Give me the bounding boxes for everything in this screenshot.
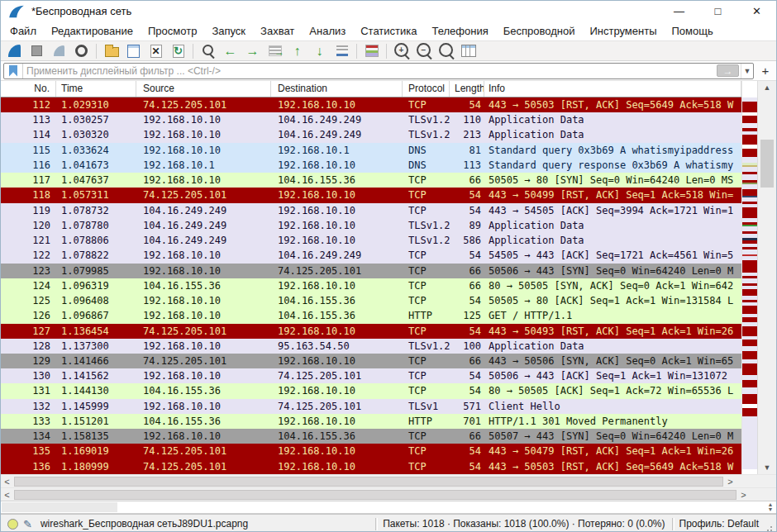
packet-row-113[interactable]: 1131.030257192.168.10.10104.16.249.249TL… xyxy=(1,112,741,127)
packet-row-129[interactable]: 1291.14146674.125.205.101192.168.10.10TC… xyxy=(1,354,741,368)
zoom-out-icon[interactable] xyxy=(413,42,434,59)
colorize-icon[interactable] xyxy=(361,42,382,59)
resize-grip-icon[interactable] xyxy=(764,520,773,529)
zoom-in-icon[interactable] xyxy=(391,42,412,59)
packet-row-126[interactable]: 1261.096867192.168.10.10104.16.155.36HTT… xyxy=(1,308,741,323)
go-first-icon[interactable] xyxy=(287,42,307,59)
wireshark-window: *Беспроводная сеть — □ ✕ ФайлРедактирова… xyxy=(0,0,777,532)
horizontal-scrollbar-detail[interactable]: < > xyxy=(1,487,776,501)
menu-item-file[interactable]: Файл xyxy=(2,21,44,40)
reload-file-icon[interactable] xyxy=(168,42,188,59)
scroll-right-icon[interactable]: > xyxy=(737,488,750,501)
packet-row-130[interactable]: 1301.141562192.168.10.1074.125.205.101TC… xyxy=(1,368,741,383)
open-file-icon[interactable] xyxy=(101,42,122,59)
packet-row-135[interactable]: 1351.16901974.125.205.101192.168.10.10TC… xyxy=(1,444,741,458)
filter-history-dropdown[interactable]: ▼ xyxy=(741,64,753,78)
filter-bookmark-button[interactable] xyxy=(4,64,23,78)
packet-row-120[interactable]: 1201.078780104.16.249.249192.168.10.10TL… xyxy=(1,218,741,233)
horizontal-scroll-thumb[interactable] xyxy=(14,490,736,500)
packet-row-117[interactable]: 1171.047637192.168.10.10104.16.155.36TCP… xyxy=(1,173,741,188)
vertical-scroll-track[interactable] xyxy=(758,94,776,461)
find-packet-icon[interactable] xyxy=(198,42,218,59)
packet-row-128[interactable]: 1281.137300192.168.10.1095.163.54.50TLSv… xyxy=(1,339,741,354)
packet-row-132[interactable]: 1321.145999192.168.10.1074.125.205.101TL… xyxy=(1,399,741,414)
menu-item-wireless[interactable]: Беспроводной xyxy=(496,21,583,40)
packet-minimap[interactable] xyxy=(741,81,757,474)
spin-down-icon[interactable]: ▼ xyxy=(768,507,774,512)
pane-scroll-thumb[interactable] xyxy=(2,502,117,512)
scroll-down-icon[interactable]: ▼ xyxy=(758,461,776,474)
packet-row-118[interactable]: 1181.05731174.125.205.101192.168.10.10TC… xyxy=(1,188,741,202)
capture-comment-icon[interactable]: ✎ xyxy=(23,518,32,530)
close-button[interactable]: ✕ xyxy=(737,1,776,21)
capture-options-icon[interactable] xyxy=(71,42,92,59)
packet-row-133[interactable]: 1331.151201104.16.155.36192.168.10.10HTT… xyxy=(1,414,741,429)
menu-item-tools[interactable]: Инструменты xyxy=(582,21,664,40)
packet-row-115[interactable]: 1151.033624192.168.10.10192.168.10.1DNS8… xyxy=(1,143,741,158)
horizontal-scrollbar-list[interactable]: < > xyxy=(1,474,776,487)
horizontal-scroll-thumb[interactable] xyxy=(14,477,723,487)
column-header-no[interactable]: No. xyxy=(1,81,56,97)
profile-label[interactable]: Профиль: Default xyxy=(679,518,760,530)
scroll-left-icon[interactable]: < xyxy=(1,475,13,487)
column-header-source[interactable]: Source xyxy=(136,81,271,97)
auto-scroll-icon[interactable] xyxy=(331,42,352,59)
scroll-left-icon[interactable]: < xyxy=(1,488,13,501)
horizontal-scroll-track[interactable] xyxy=(14,477,723,487)
menu-item-telephony[interactable]: Телефония xyxy=(424,21,495,40)
status-divider xyxy=(672,518,673,530)
packet-row-119[interactable]: 1191.078732104.16.249.249192.168.10.10TC… xyxy=(1,203,741,218)
display-filter-field[interactable]: → ▼ xyxy=(3,63,754,79)
vertical-scrollbar[interactable]: ▲ ▼ xyxy=(757,81,776,474)
packet-row-127[interactable]: 1271.13645474.125.205.101192.168.10.10TC… xyxy=(1,324,741,339)
restart-capture-icon[interactable] xyxy=(49,42,69,59)
horizontal-scroll-track[interactable] xyxy=(14,490,736,500)
column-header-protocol[interactable]: Protocol xyxy=(403,81,450,97)
packet-list: No.TimeSourceDestinationProtocolLengthIn… xyxy=(1,81,741,474)
close-file-icon[interactable] xyxy=(145,42,166,59)
status-divider xyxy=(375,518,376,530)
packet-row-125[interactable]: 1251.096408192.168.10.10104.16.155.36TCP… xyxy=(1,293,741,308)
packet-row-121[interactable]: 1211.078806104.16.249.249192.168.10.10TL… xyxy=(1,233,741,248)
minimize-button[interactable]: — xyxy=(660,1,698,21)
menu-item-help[interactable]: Помощь xyxy=(665,21,721,40)
packet-row-124[interactable]: 1241.096319104.16.155.36192.168.10.10TCP… xyxy=(1,278,741,293)
column-header-time[interactable]: Time xyxy=(56,81,136,97)
menu-item-statistics[interactable]: Статистика xyxy=(353,21,424,40)
packet-row-134[interactable]: 1341.158135192.168.10.10104.16.155.36TCP… xyxy=(1,429,741,444)
start-capture-icon[interactable] xyxy=(4,42,25,59)
packet-row-122[interactable]: 1221.078822192.168.10.10104.16.249.249TC… xyxy=(1,248,741,263)
menu-item-go[interactable]: Запуск xyxy=(204,21,253,40)
go-forward-icon[interactable] xyxy=(242,42,263,59)
column-header-info[interactable]: Info xyxy=(484,81,741,97)
packet-row-136[interactable]: 1361.18099974.125.205.101192.168.10.10TC… xyxy=(1,459,741,474)
scroll-right-icon[interactable]: > xyxy=(724,475,736,487)
maximize-button[interactable]: □ xyxy=(698,1,737,21)
go-last-icon[interactable] xyxy=(309,42,330,59)
plus-icon: + xyxy=(762,64,770,78)
expert-info-icon[interactable] xyxy=(7,519,18,530)
packet-row-123[interactable]: 1231.079985192.168.10.1074.125.205.101TC… xyxy=(1,264,741,278)
packet-row-131[interactable]: 1311.144130104.16.155.36192.168.10.10TCP… xyxy=(1,383,741,398)
save-file-icon[interactable] xyxy=(123,42,144,59)
vertical-scroll-thumb[interactable] xyxy=(760,140,774,188)
pane-spinner[interactable]: ▲▼ xyxy=(765,501,776,513)
packet-row-112[interactable]: 1121.02931074.125.205.101192.168.10.10TC… xyxy=(1,97,741,112)
menu-item-capture[interactable]: Захват xyxy=(253,21,302,40)
menu-item-view[interactable]: Просмотр xyxy=(141,21,204,40)
go-to-packet-icon[interactable] xyxy=(265,42,285,59)
stop-capture-icon[interactable] xyxy=(26,42,47,59)
menu-item-edit[interactable]: Редактирование xyxy=(44,21,141,40)
go-back-icon[interactable] xyxy=(220,42,241,59)
scroll-up-icon[interactable]: ▲ xyxy=(758,81,776,94)
packet-row-116[interactable]: 1161.041673192.168.10.1192.168.10.10DNS1… xyxy=(1,158,741,173)
column-header-destination[interactable]: Destination xyxy=(271,81,403,97)
display-filter-input[interactable] xyxy=(23,65,717,77)
resize-columns-icon[interactable] xyxy=(458,42,479,59)
zoom-normal-icon[interactable] xyxy=(436,42,456,59)
packet-row-114[interactable]: 1141.030320192.168.10.10104.16.249.249TL… xyxy=(1,127,741,142)
menu-item-analyze[interactable]: Анализ xyxy=(302,21,353,40)
apply-filter-button[interactable]: → xyxy=(717,64,739,77)
column-header-length[interactable]: Length xyxy=(450,81,484,97)
add-filter-button[interactable]: + xyxy=(757,63,774,79)
